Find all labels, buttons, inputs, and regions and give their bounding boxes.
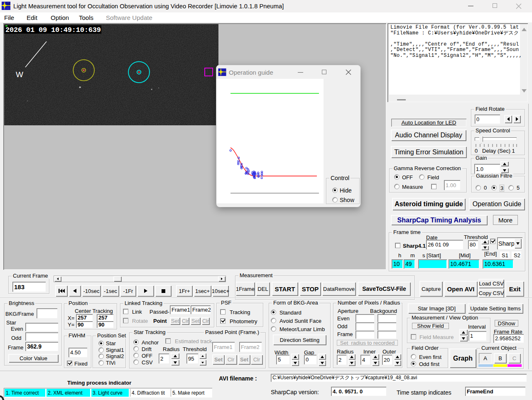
svg-text:2026 01 09 10:49:10:639: 2026 01 09 10:49:10:639	[5, 26, 101, 34]
svg-text:W: W	[16, 70, 23, 79]
